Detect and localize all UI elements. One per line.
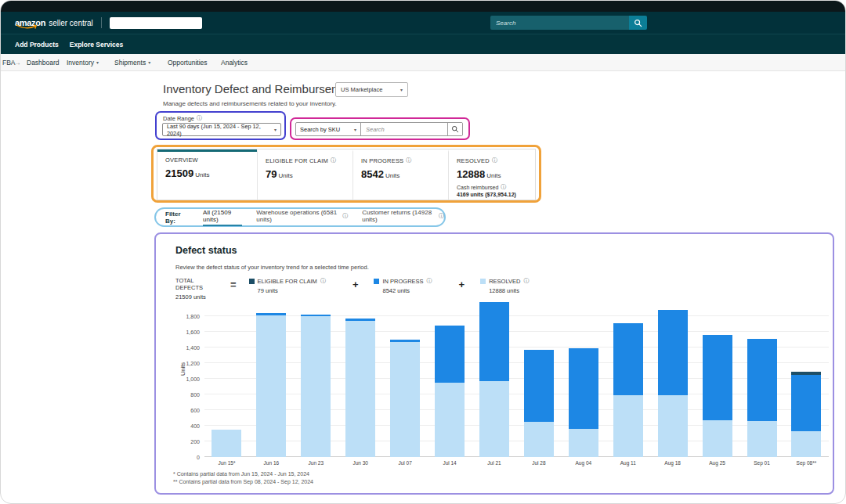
chart-ytick-label: 1,600 bbox=[186, 329, 200, 335]
equals-sign: = bbox=[230, 279, 237, 290]
info-icon[interactable] bbox=[197, 114, 202, 122]
chart-bar bbox=[212, 430, 241, 457]
date-range-select[interactable]: Last 90 days (Jun 15, 2024 - Sep 12, 202… bbox=[162, 123, 281, 136]
chart-xtick-label: Jun 23 bbox=[309, 460, 324, 466]
card-in-progress-value: 8542 bbox=[361, 168, 384, 180]
info-icon[interactable] bbox=[492, 157, 497, 164]
card-eligible-unit: Units bbox=[278, 172, 292, 179]
chart-bar-segment-resolved bbox=[658, 395, 688, 457]
chart-bar-slot: Aug 11 bbox=[606, 301, 650, 457]
chart-bar-segment-in-progress bbox=[613, 323, 643, 395]
tab-opportunities[interactable]: Opportunities bbox=[168, 59, 208, 67]
info-icon[interactable] bbox=[427, 277, 432, 285]
legend-resolved: RESOLVED 12888 units bbox=[480, 277, 529, 294]
plus-sign: + bbox=[459, 279, 465, 290]
chart-bar-segment-in-progress bbox=[658, 310, 688, 395]
chart-bar-slot: Aug 04 bbox=[561, 301, 606, 457]
amazon-seller-central-logo[interactable]: amazon seller central bbox=[15, 18, 93, 27]
chart-ytick-label: 800 bbox=[190, 392, 200, 398]
card-eligible-value: 79 bbox=[266, 168, 277, 180]
card-overview-unit: Units bbox=[195, 171, 209, 178]
chart-ytick-label: 0 bbox=[197, 455, 200, 460]
navbar-search-button[interactable] bbox=[629, 16, 647, 30]
card-resolved-unit: Units bbox=[486, 172, 501, 179]
chart-bar bbox=[791, 372, 821, 457]
defect-equation: TOTAL DEFECTS 21509 units = ELIGIBLE FOR… bbox=[175, 277, 529, 301]
filter-tab-warehouse-operations[interactable]: Warehouse operations (6581 units) bbox=[256, 209, 348, 226]
chart-bar-segment-resolved bbox=[613, 395, 643, 457]
info-icon[interactable] bbox=[331, 157, 336, 164]
chart-bar-slot: Jun 15* bbox=[204, 301, 249, 457]
navbar-blank-field[interactable] bbox=[110, 17, 202, 29]
legend-in-progress-label: IN PROGRESS bbox=[382, 278, 423, 285]
card-eligible-label: ELIGIBLE FOR CLAIM bbox=[266, 157, 352, 164]
in-progress-swatch-icon bbox=[374, 279, 379, 284]
navbar-search bbox=[490, 16, 647, 30]
sku-search-input[interactable] bbox=[361, 123, 447, 135]
legend-in-progress-value: 8542 units bbox=[382, 287, 432, 294]
chart-bar-segment-in-progress bbox=[435, 326, 465, 383]
card-eligible-for-claim[interactable]: ELIGIBLE FOR CLAIM 79Units bbox=[257, 149, 352, 200]
chart-bar-slot: Jul 28 bbox=[516, 301, 561, 457]
marketplace-select[interactable]: US Marketplace bbox=[335, 82, 408, 97]
legend-resolved-value: 12888 units bbox=[489, 287, 529, 294]
tab-analytics[interactable]: Analytics bbox=[221, 59, 248, 67]
card-in-progress-label: IN PROGRESS bbox=[361, 157, 448, 164]
chart-bar-segment-resolved bbox=[301, 316, 331, 457]
chart-ytick-label: 1,000 bbox=[186, 376, 200, 382]
chart-ytick-label: 1,400 bbox=[186, 345, 200, 351]
nav-explore-services[interactable]: Explore Services bbox=[70, 41, 124, 49]
card-resolved-label: RESOLVED bbox=[457, 157, 535, 164]
chart-yaxis-labels: 02004006008001,0001,2001,4001,6001,800 bbox=[170, 301, 200, 457]
chart-bar-segment-in-progress bbox=[569, 348, 598, 429]
info-icon[interactable] bbox=[406, 157, 411, 164]
total-defects-label: TOTAL DEFECTS bbox=[175, 277, 221, 291]
chart-bar-slot: Jun 23 bbox=[294, 301, 338, 457]
info-icon[interactable] bbox=[501, 183, 506, 191]
chart-ytick-label: 1,200 bbox=[186, 361, 200, 366]
chart-bar bbox=[479, 302, 509, 457]
date-range-value: Last 90 days (Jun 15, 2024 - Sep 12, 202… bbox=[167, 123, 274, 137]
chart-bar-segment-resolved bbox=[212, 430, 241, 457]
chart-xtick-label: Aug 25 bbox=[709, 460, 725, 466]
defect-status-card: Defect status Review the defect status o… bbox=[154, 232, 834, 495]
total-defects-value: 21509 units bbox=[175, 293, 221, 301]
info-icon[interactable] bbox=[439, 212, 444, 220]
page-subtitle: Manage defects and reimbursements relate… bbox=[163, 100, 337, 107]
legend-eligible-label: ELIGIBLE FOR CLAIM bbox=[258, 278, 317, 285]
card-overview-label: OVERVIEW bbox=[165, 157, 257, 164]
chart-bar-segment-in-progress bbox=[747, 339, 777, 421]
info-icon[interactable] bbox=[523, 277, 529, 285]
info-icon[interactable] bbox=[320, 277, 326, 285]
filter-tab-customer-returns[interactable]: Customer returns (14928 units) bbox=[362, 209, 444, 226]
tab-dashboard[interactable]: Dashboard bbox=[27, 59, 60, 67]
chart-bar-segment-in-progress bbox=[703, 335, 732, 420]
chart-bar-slot: Jun 30 bbox=[338, 301, 383, 457]
chart-bar-segment-resolved bbox=[435, 383, 465, 457]
info-icon[interactable] bbox=[342, 212, 348, 220]
card-in-progress-unit: Units bbox=[385, 172, 400, 179]
date-range-highlight-box: Date Range Last 90 days (Jun 15, 2024 - … bbox=[155, 111, 286, 140]
navbar-search-input[interactable] bbox=[490, 16, 629, 30]
chart-xtick-label: Sep 08** bbox=[797, 460, 817, 466]
tab-shipments[interactable]: Shipments bbox=[114, 59, 150, 67]
chart-bar-segment-resolved bbox=[569, 429, 598, 457]
tab-inventory[interactable]: Inventory bbox=[67, 59, 99, 67]
chart-bar bbox=[301, 315, 331, 458]
card-in-progress[interactable]: IN PROGRESS 8542Units bbox=[352, 149, 448, 200]
card-overview[interactable]: OVERVIEW 21509Units bbox=[157, 149, 257, 200]
card-resolved-value: 12888 bbox=[457, 168, 485, 180]
sku-search-type-select[interactable]: Search by SKU bbox=[296, 123, 361, 135]
sku-search-button[interactable] bbox=[447, 123, 462, 135]
chart-bar bbox=[569, 348, 598, 457]
nav-add-products[interactable]: Add Products bbox=[15, 41, 59, 49]
chart-bar bbox=[613, 323, 643, 457]
chart-bar-slot: Sep 08** bbox=[784, 301, 829, 457]
page-title: Inventory Defect and Reimbursement bbox=[163, 82, 357, 95]
chart-xtick-label: Aug 04 bbox=[576, 460, 592, 466]
legend-eligible-value: 79 units bbox=[258, 287, 326, 294]
seller-central-logo-text: seller central bbox=[49, 19, 93, 27]
filter-tab-all[interactable]: All (21509 units) bbox=[203, 209, 242, 226]
summary-cards-highlight-box: OVERVIEW 21509Units ELIGIBLE FOR CLAIM 7… bbox=[151, 145, 541, 203]
card-resolved[interactable]: RESOLVED 12888Units Cash reimbursed 4169… bbox=[448, 149, 535, 200]
